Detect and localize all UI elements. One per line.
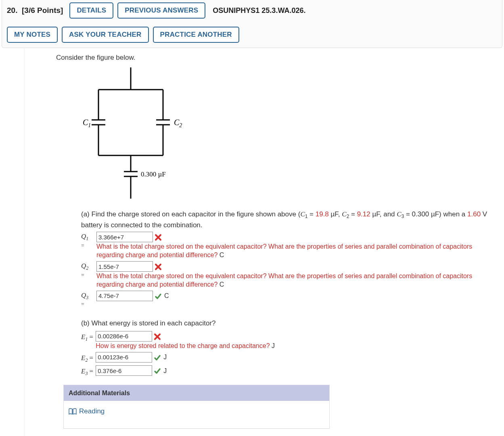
previous-answers-button[interactable]: PREVIOUS ANSWERS [117, 2, 205, 19]
feedback-text: What is the total charge stored on the e… [96, 243, 496, 260]
details-button[interactable]: DETAILS [69, 2, 113, 19]
svg-text:0.300 µF: 0.300 µF [141, 170, 166, 178]
reading-link[interactable]: Reading [69, 407, 105, 417]
wrong-icon [155, 234, 162, 241]
additional-title: Additional Materials [64, 385, 329, 401]
unit-label: C [164, 292, 169, 299]
question-header: 20. [3/6 Points] DETAILS PREVIOUS ANSWER… [2, 0, 502, 48]
part-a-text: (a) Find the charge stored on each capac… [81, 210, 496, 230]
wrong-icon [154, 333, 161, 340]
svg-text:C2: C2 [174, 118, 182, 128]
answer-row: Q3=C [81, 291, 496, 308]
book-icon [69, 408, 77, 415]
part-a: (a) Find the charge stored on each capac… [81, 210, 496, 429]
reading-label: Reading [79, 407, 105, 417]
answer-label: E3 = [81, 365, 93, 377]
ask-teacher-button[interactable]: ASK YOUR TEACHER [62, 27, 149, 43]
my-notes-button[interactable]: MY NOTES [7, 27, 58, 43]
circuit-figure: C1 C2 0.300 µF [76, 67, 496, 202]
answer-label: E1 = [81, 331, 93, 343]
answer-label: E2 = [81, 352, 93, 364]
unit-label: J [163, 367, 167, 374]
correct-icon [154, 367, 161, 375]
answer-row: E2 =J [81, 352, 496, 364]
prompt-text: Consider the figure below. [56, 54, 496, 62]
correct-icon [155, 293, 162, 300]
answer-input[interactable] [96, 331, 152, 342]
answer-input[interactable] [96, 291, 153, 301]
feedback-text: How is energy stored related to the char… [96, 342, 496, 350]
wrong-icon [155, 263, 162, 270]
question-ref: OSUNIPHYS1 25.3.WA.026. [213, 6, 305, 15]
answer-row: E3 =J [81, 365, 496, 377]
practice-another-button[interactable]: PRACTICE ANOTHER [153, 27, 239, 43]
part-b-text: (b) What energy is stored in each capaci… [81, 319, 496, 329]
answer-input[interactable] [96, 232, 153, 242]
question-content: Consider the figure below. [24, 48, 504, 436]
additional-materials: Additional Materials Reading [63, 385, 330, 429]
answer-label: Q1= [81, 232, 94, 249]
answer-label: Q3= [81, 291, 94, 308]
answer-row: Q1=What is the total charge stored on th… [81, 232, 496, 260]
feedback-text: What is the total charge stored on the e… [96, 272, 496, 289]
answer-input[interactable] [96, 365, 152, 376]
unit-label: J [163, 354, 167, 361]
correct-icon [154, 354, 161, 361]
answer-row: E1 =How is energy stored related to the … [81, 331, 496, 350]
svg-text:C1: C1 [83, 118, 91, 128]
answer-input[interactable] [96, 261, 153, 272]
answer-input[interactable] [96, 352, 152, 363]
answer-label: Q2= [81, 261, 94, 279]
question-number: 20. [3/6 Points] [7, 6, 63, 15]
answer-row: Q2=What is the total charge stored on th… [81, 261, 496, 289]
